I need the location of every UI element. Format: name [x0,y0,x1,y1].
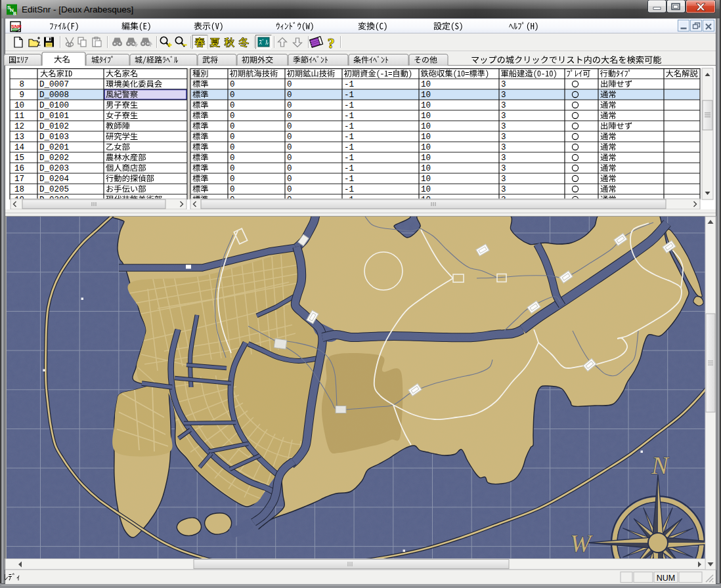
svg-text:D_0100: D_0100 [39,101,69,110]
svg-text:10: 10 [421,133,431,142]
svg-text:3: 3 [501,101,506,110]
svg-text:B: B [13,11,16,16]
svg-text:8: 8 [19,80,24,89]
svg-text:D_0205: D_0205 [39,185,69,194]
svg-text:16: 16 [14,164,24,173]
svg-text:0: 0 [230,143,235,152]
svg-text:D_0103: D_0103 [39,133,69,142]
svg-text:D_0201: D_0201 [39,143,69,152]
svg-text:D_0203: D_0203 [39,164,69,173]
svg-text:D_0202: D_0202 [39,154,69,163]
svg-text:0: 0 [287,112,292,121]
svg-text:-1: -1 [344,101,354,110]
svg-text:-1: -1 [344,112,354,121]
svg-text:-1: -1 [344,154,354,163]
svg-text:3: 3 [501,91,506,100]
svg-text:-1: -1 [344,175,354,184]
svg-text:10: 10 [421,164,431,173]
svg-text:10: 10 [421,185,431,194]
svg-text:NUM: NUM [657,574,675,583]
svg-text:11: 11 [14,112,24,121]
svg-text:13: 13 [14,133,24,142]
svg-text:0: 0 [287,101,292,110]
svg-text:10: 10 [421,122,431,131]
svg-text:3: 3 [501,122,506,131]
svg-text:0: 0 [287,91,292,100]
svg-text:0: 0 [287,185,292,194]
svg-text:0: 0 [287,154,292,163]
svg-text:-1: -1 [344,80,354,89]
svg-text:14: 14 [14,143,24,152]
svg-text:9: 9 [19,91,24,100]
svg-text:0: 0 [287,143,292,152]
svg-text:3: 3 [501,143,506,152]
svg-text:10: 10 [421,91,431,100]
svg-text:-1: -1 [344,164,354,173]
svg-text:EditSnr - [Deux Arabesques]: EditSnr - [Deux Arabesques] [22,5,133,14]
svg-text:3: 3 [501,185,506,194]
svg-text:D_0204: D_0204 [39,175,69,184]
svg-text:0: 0 [230,133,235,142]
svg-text:10: 10 [421,143,431,152]
svg-text:15: 15 [14,154,24,163]
svg-text:0: 0 [287,122,292,131]
svg-text:-1: -1 [344,143,354,152]
svg-text:0: 0 [230,91,235,100]
svg-text:3: 3 [501,80,506,89]
svg-text:0: 0 [230,175,235,184]
svg-text:17: 17 [14,175,24,184]
svg-text:0: 0 [230,185,235,194]
svg-text:12: 12 [14,122,24,131]
svg-text:3: 3 [501,112,506,121]
svg-text:-1: -1 [344,122,354,131]
svg-text:?: ? [328,35,335,51]
svg-text:18: 18 [14,185,24,194]
svg-text:0: 0 [230,164,235,173]
svg-text:10: 10 [421,101,431,110]
svg-text:10: 10 [14,101,24,110]
svg-text:D_0007: D_0007 [39,80,69,89]
svg-text:3: 3 [501,175,506,184]
svg-text:10: 10 [421,175,431,184]
svg-text:0: 0 [287,133,292,142]
svg-text:-1: -1 [344,133,354,142]
svg-text:0: 0 [230,122,235,131]
svg-text:3: 3 [501,154,506,163]
svg-text:10: 10 [421,80,431,89]
svg-text:0: 0 [230,112,235,121]
svg-text:-1: -1 [344,91,354,100]
svg-text:3: 3 [501,133,506,142]
svg-text:-1: -1 [344,185,354,194]
svg-text:D_0101: D_0101 [39,112,69,121]
svg-text:D_0102: D_0102 [39,122,69,131]
svg-text:0: 0 [230,101,235,110]
svg-text:0: 0 [230,154,235,163]
svg-text:10: 10 [421,154,431,163]
svg-text:D_0008: D_0008 [39,91,69,100]
svg-text:10: 10 [421,112,431,121]
svg-text:0: 0 [287,80,292,89]
svg-text:SNR: SNR [11,24,22,30]
svg-text:0: 0 [287,164,292,173]
svg-text:3: 3 [501,164,506,173]
svg-text:0: 0 [287,175,292,184]
svg-text:0: 0 [230,80,235,89]
